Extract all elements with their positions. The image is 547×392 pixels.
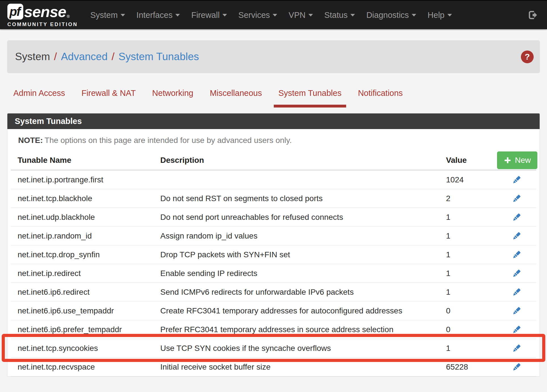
chevron-down-icon	[273, 14, 277, 16]
tunable-name: net.inet.tcp.recvspace	[18, 363, 160, 372]
tab-system-tunables[interactable]: System Tunables	[274, 88, 346, 108]
breadcrumb-panel: System/Advanced/System Tunables ?	[7, 40, 540, 73]
menu-label: Services	[238, 10, 270, 20]
menu-vpn[interactable]: VPN	[283, 7, 319, 24]
menu-label: Status	[324, 10, 348, 20]
chevron-down-icon	[447, 14, 452, 16]
breadcrumb-item[interactable]: Advanced	[61, 51, 108, 63]
breadcrumb-separator: /	[54, 51, 57, 63]
tunable-value: 1024	[446, 175, 497, 184]
menu-help[interactable]: Help	[422, 7, 458, 24]
menu-label: VPN	[289, 10, 306, 20]
menu-firewall[interactable]: Firewall	[186, 7, 233, 24]
tab-firewall-nat[interactable]: Firewall & NAT	[77, 88, 140, 108]
help-icon[interactable]: ?	[521, 50, 534, 63]
table-row: net.inet.ip.random_idAssign random ip_id…	[11, 227, 536, 245]
tunable-value: 1	[446, 213, 497, 222]
plus-icon	[504, 156, 512, 164]
breadcrumb-separator: /	[111, 51, 114, 63]
row-actions-cell	[497, 248, 536, 261]
sign-out-icon[interactable]	[527, 9, 538, 21]
tunable-value: 65228	[446, 363, 497, 372]
chevron-down-icon	[175, 14, 180, 16]
row-actions-cell	[497, 174, 536, 186]
tunable-description: Drop TCP packets with SYN+FIN set	[160, 250, 446, 259]
pfsense-logo-name: sense	[24, 3, 66, 20]
menu-interfaces[interactable]: Interfaces	[131, 7, 186, 24]
menu-system[interactable]: System	[85, 7, 131, 24]
edit-pencil-icon[interactable]	[510, 230, 523, 242]
tunable-description: Create RFC3041 temporary addresses for a…	[160, 306, 446, 315]
edit-pencil-icon[interactable]	[510, 323, 523, 336]
edit-pencil-icon[interactable]	[510, 305, 523, 317]
tunable-name: net.inet.tcp.drop_synfin	[18, 250, 160, 259]
row-actions-cell	[497, 361, 536, 373]
edit-pencil-icon[interactable]	[510, 174, 523, 186]
row-actions-cell	[497, 211, 536, 224]
new-tunable-button[interactable]: New	[497, 151, 537, 169]
column-header-tunable-name: Tunable Name	[18, 156, 160, 165]
tunable-name: net.inet6.ip6.use_tempaddr	[18, 306, 160, 315]
tunable-value: 2	[446, 194, 497, 203]
row-actions-cell	[497, 267, 536, 280]
column-header-value: Value	[446, 156, 497, 165]
column-header-description: Description	[160, 156, 446, 165]
note-text: The options on this page are intended fo…	[45, 136, 292, 145]
edit-pencil-icon[interactable]	[510, 267, 523, 280]
tunable-value: 1	[446, 231, 497, 241]
settings-tabs: Admin AccessFirewall & NATNetworkingMisc…	[9, 88, 547, 108]
menu-status[interactable]: Status	[319, 7, 361, 24]
tunable-value: 1	[446, 250, 497, 259]
row-actions-cell	[497, 323, 536, 336]
tunable-value: 0	[446, 306, 497, 315]
pfsense-logo[interactable]: pf sense ® COMMUNITY EDITION	[7, 3, 78, 28]
tab-notifications[interactable]: Notifications	[354, 88, 407, 108]
menu-label: Help	[428, 10, 445, 20]
row-actions-cell	[497, 342, 536, 355]
table-row: net.inet.ip.redirectEnable sending IP re…	[11, 264, 536, 283]
edit-pencil-icon[interactable]	[510, 248, 523, 261]
breadcrumb: System/Advanced/System Tunables	[15, 51, 199, 63]
main-menu: SystemInterfacesFirewallServicesVPNStatu…	[85, 7, 458, 24]
tunable-description: Send ICMPv6 redirects for unforwardable …	[160, 288, 446, 297]
table-row: net.inet.tcp.syncookiesUse TCP SYN cooki…	[11, 339, 536, 358]
new-button-label: New	[515, 156, 531, 165]
tunable-name: net.inet6.ip6.prefer_tempaddr	[18, 325, 160, 334]
tunable-description: Assign random ip_id values	[160, 231, 446, 241]
table-row: net.inet6.ip6.prefer_tempaddrPrefer RFC3…	[11, 320, 536, 339]
edit-pencil-icon[interactable]	[510, 192, 523, 205]
note-label: NOTE:	[18, 136, 43, 145]
menu-diagnostics[interactable]: Diagnostics	[361, 7, 422, 24]
table-row: net.inet.udp.blackholeDo not send port u…	[11, 208, 536, 227]
chevron-down-icon	[412, 14, 416, 16]
pfsense-logo-pf-box: pf	[7, 4, 23, 20]
tab-admin-access[interactable]: Admin Access	[9, 88, 70, 108]
tab-miscellaneous[interactable]: Miscellaneous	[205, 88, 266, 108]
table-row: net.inet.ip.portrange.first1024	[11, 170, 536, 189]
system-tunables-panel: System Tunables NOTE:The options on this…	[7, 113, 540, 377]
tunable-name: net.inet.ip.redirect	[18, 269, 160, 278]
tunable-name: net.inet.tcp.blackhole	[18, 194, 160, 203]
table-row: net.inet.tcp.blackholeDo not send RST on…	[11, 189, 536, 208]
edit-pencil-icon[interactable]	[510, 211, 523, 224]
tab-networking[interactable]: Networking	[148, 88, 198, 108]
tunable-description: Initial receive socket buffer size	[160, 363, 446, 372]
table-row: net.inet.tcp.recvspaceInitial receive so…	[11, 358, 536, 376]
menu-label: System	[90, 10, 118, 20]
menu-label: Firewall	[191, 10, 220, 20]
pfsense-logo-line: pf sense ®	[7, 3, 78, 20]
tunable-value: 0	[446, 325, 497, 334]
menu-label: Interfaces	[136, 10, 172, 20]
menu-services[interactable]: Services	[233, 7, 283, 24]
row-actions-cell	[497, 286, 536, 298]
table-row: net.inet6.ip6.use_tempaddrCreate RFC3041…	[11, 302, 536, 320]
tunable-description: Do not send RST on segments to closed po…	[160, 194, 446, 203]
breadcrumb-item[interactable]: System Tunables	[119, 51, 199, 63]
registered-trademark-symbol: ®	[67, 14, 70, 19]
tunables-table: Tunable Name Description Value New net.i…	[11, 151, 536, 376]
breadcrumb-item: System	[15, 51, 50, 63]
table-header-row: Tunable Name Description Value New	[11, 151, 536, 170]
edit-pencil-icon[interactable]	[510, 286, 523, 298]
edit-pencil-icon[interactable]	[510, 361, 523, 373]
edit-pencil-icon[interactable]	[510, 342, 523, 355]
